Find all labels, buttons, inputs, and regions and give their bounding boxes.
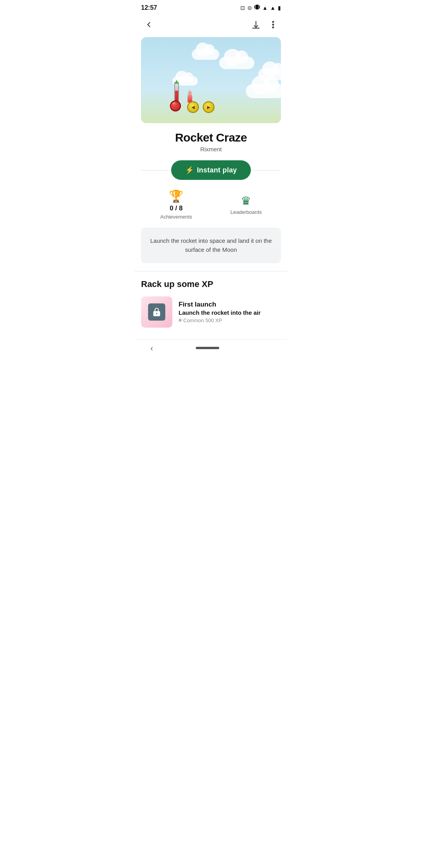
lock-icon — [152, 307, 162, 317]
svg-point-4 — [273, 22, 274, 23]
description-text: Launch the rocket into space and land it… — [150, 237, 272, 253]
achievements-value: 0 / 8 — [170, 204, 182, 212]
xp-item-desc: Launch the rocket into the air — [179, 309, 281, 316]
xp-item-xp: 500 XP — [206, 317, 222, 323]
instant-play-label: Instant play — [197, 166, 237, 174]
leaderboards-stat[interactable]: ♛ Leaderboards — [231, 194, 262, 215]
bottom-nav: ‹ — [135, 339, 287, 359]
svg-rect-0 — [256, 5, 259, 9]
battery-icon: ▮ — [278, 5, 281, 11]
signal-icon: ▲ — [270, 5, 275, 11]
xp-item-meta: Common 500 XP — [179, 317, 281, 323]
back-button[interactable] — [141, 17, 157, 32]
bottom-back-button[interactable]: ‹ — [150, 344, 153, 353]
achievements-stat[interactable]: 🏆 0 / 8 Achievements — [160, 189, 192, 220]
svg-point-5 — [273, 24, 274, 25]
rarity-dot — [179, 319, 182, 322]
bomb-element — [170, 100, 181, 111]
instant-play-button[interactable]: ⚡ Instant play — [171, 160, 251, 180]
small-rocket — [186, 90, 194, 102]
app-title: Rocket Craze — [141, 131, 281, 144]
game-screenshot — [141, 37, 281, 123]
xp-section: Rack up some XP First launch Launch the … — [135, 279, 287, 328]
xp-item-title: First launch — [179, 301, 281, 308]
no-entry-icon: ⊝ — [247, 5, 252, 11]
app-developer: Rixment — [141, 146, 281, 152]
xp-item-info: First launch Launch the rocket into the … — [179, 301, 281, 323]
clipboard-icon: ⊡ — [240, 5, 245, 11]
description-card: Launch the rocket into space and land it… — [141, 228, 281, 263]
status-icons: ⊡ ⊝ ▲ ▲ ▮ — [240, 4, 281, 11]
wifi-icon: ▲ — [262, 5, 268, 11]
app-info: Rocket Craze Rixment — [135, 123, 287, 152]
xp-section-title: Rack up some XP — [141, 279, 281, 289]
achievements-label: Achievements — [160, 214, 192, 220]
stats-row: 🏆 0 / 8 Achievements ♛ Leaderboards — [141, 189, 281, 220]
lock-icon-wrapper — [148, 303, 165, 321]
right-arrow-button[interactable] — [203, 101, 215, 113]
more-options-button[interactable] — [265, 17, 281, 32]
cloud-5 — [258, 68, 281, 80]
status-bar: 12:57 ⊡ ⊝ ▲ ▲ ▮ — [135, 0, 287, 14]
cloud-2 — [219, 57, 254, 69]
crown-icon: ♛ — [241, 194, 251, 208]
cloud-1 — [192, 49, 219, 60]
section-divider — [135, 271, 287, 271]
left-arrow-button[interactable] — [187, 101, 199, 113]
xp-item[interactable]: First launch Launch the rocket into the … — [141, 296, 281, 328]
game-scene — [141, 37, 281, 123]
svg-rect-2 — [259, 5, 260, 9]
trophy-icon: 🏆 — [169, 189, 183, 203]
xp-thumbnail — [141, 296, 172, 328]
cloud-4 — [246, 84, 281, 98]
fuel-bar-tip — [175, 80, 179, 84]
lightning-icon: ⚡ — [185, 166, 194, 174]
xp-item-rarity: Common — [183, 317, 204, 323]
status-time: 12:57 — [141, 4, 157, 11]
bottom-home-indicator[interactable] — [196, 347, 219, 349]
leaderboards-label: Leaderboards — [231, 209, 262, 215]
nav-right-actions — [248, 17, 281, 32]
nav-bar — [135, 14, 287, 37]
svg-point-6 — [273, 27, 274, 28]
svg-rect-1 — [254, 5, 255, 9]
small-rocket-tip — [188, 90, 192, 94]
vibrate-icon — [254, 4, 260, 11]
instant-play-wrapper: ⚡ Instant play — [141, 160, 281, 180]
download-button[interactable] — [248, 17, 264, 32]
